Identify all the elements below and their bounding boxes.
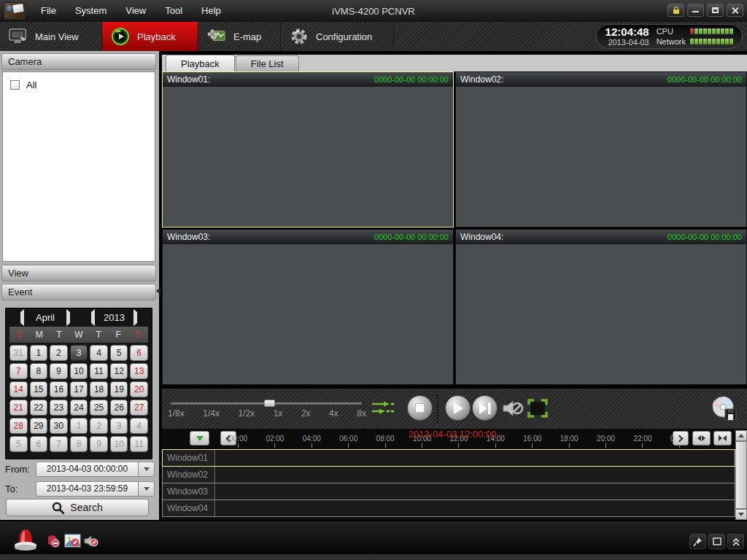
tab-playback[interactable]: Playback	[102, 22, 198, 51]
calendar-day[interactable]: 12	[110, 363, 128, 379]
timeline-row-window04[interactable]: Window04	[162, 499, 735, 517]
camera-all-row[interactable]: All	[10, 79, 155, 90]
from-dropdown-button[interactable]	[139, 462, 155, 477]
timeline-zoom-out-button[interactable]	[692, 431, 711, 446]
calendar-day[interactable]: 29	[30, 418, 48, 434]
calendar-day[interactable]: 15	[30, 381, 48, 397]
mute-button[interactable]	[502, 398, 524, 419]
timeline-row-window03[interactable]: Window03	[162, 483, 735, 500]
close-button[interactable]	[727, 4, 743, 17]
calendar-day[interactable]: 23	[50, 400, 68, 416]
stop-button[interactable]	[407, 395, 433, 421]
calendar-day[interactable]: 5	[110, 345, 128, 361]
calendar-day[interactable]: 24	[70, 400, 88, 416]
calendar-day[interactable]: 22	[30, 400, 48, 416]
next-month-button[interactable]	[62, 309, 74, 326]
menu-item-help[interactable]: Help	[192, 0, 231, 22]
calendar-day[interactable]: 5	[9, 436, 28, 452]
download-button[interactable]	[711, 394, 738, 422]
calendar-day[interactable]: 6	[30, 436, 48, 452]
video-window-4[interactable]: Window04:0000-00-00 00:00:00	[455, 229, 747, 385]
picture-disabled-icon[interactable]	[64, 533, 81, 551]
calendar-day[interactable]: 14	[9, 381, 28, 397]
calendar-day[interactable]: 28	[9, 418, 28, 434]
alarm-siren-icon[interactable]	[12, 527, 39, 555]
tab-main-view[interactable]: Main View	[0, 22, 102, 51]
alarm-output-icon[interactable]	[45, 534, 61, 551]
calendar-day[interactable]: 7	[50, 436, 68, 452]
calendar-day[interactable]: 10	[110, 436, 128, 452]
speed-slider-handle[interactable]	[264, 400, 275, 407]
scrollbar-down-button[interactable]	[735, 509, 747, 520]
calendar-day[interactable]: 26	[110, 400, 128, 416]
single-frame-button[interactable]	[472, 395, 498, 421]
video-window-2[interactable]: Window02:0000-00-00 00:00:00	[455, 71, 747, 228]
fullscreen-button[interactable]	[527, 398, 549, 419]
timeline-filter-button[interactable]	[190, 431, 209, 446]
menu-item-system[interactable]: System	[66, 0, 116, 22]
collapse-statusbar-button[interactable]	[727, 534, 744, 549]
tab-file-list[interactable]: File List	[236, 55, 299, 71]
calendar-day[interactable]: 9	[90, 436, 108, 452]
calendar-day[interactable]: 1	[70, 418, 88, 434]
pin-statusbar-button[interactable]	[689, 534, 706, 549]
to-datetime-field[interactable]: 2013-04-03 23:59:59	[36, 481, 139, 497]
calendar-day[interactable]: 3	[70, 345, 88, 361]
calendar-day[interactable]: 18	[90, 381, 108, 397]
calendar-day[interactable]: 20	[130, 381, 148, 397]
scrollbar-up-button[interactable]	[735, 430, 747, 441]
minimize-button[interactable]	[687, 4, 704, 17]
calendar-day[interactable]: 31	[9, 345, 28, 361]
calendar-day[interactable]: 1	[30, 345, 48, 361]
timeline-row-window02[interactable]: Window02	[162, 466, 735, 483]
calendar-day[interactable]: 30	[50, 418, 68, 434]
calendar-day[interactable]: 11	[130, 436, 148, 452]
menu-item-file[interactable]: File	[31, 0, 66, 22]
tab-e-map[interactable]: E-map	[198, 22, 281, 51]
prev-year-button[interactable]	[87, 309, 99, 326]
from-datetime-field[interactable]: 2013-04-03 00:00:00	[36, 462, 139, 477]
event-panel-header[interactable]: Event	[1, 284, 156, 300]
all-checkbox[interactable]	[10, 80, 20, 90]
video-window-3[interactable]: Window03:0000-00-00 00:00:00	[162, 229, 454, 385]
menu-item-view[interactable]: View	[116, 0, 155, 22]
audio-disabled-icon[interactable]	[83, 534, 99, 551]
scrollbar-thumb[interactable]	[735, 441, 747, 509]
calendar-day[interactable]: 6	[130, 345, 148, 361]
timeline-row-window01[interactable]: Window01	[162, 449, 735, 467]
calendar-day[interactable]: 10	[70, 363, 88, 379]
calendar-day[interactable]: 4	[130, 418, 148, 434]
menu-item-tool[interactable]: Tool	[155, 0, 192, 22]
calendar-day[interactable]: 25	[90, 400, 108, 416]
calendar-day[interactable]: 8	[30, 363, 48, 379]
view-panel-header[interactable]: View	[1, 265, 156, 281]
calendar-day[interactable]: 2	[50, 345, 68, 361]
tab-configuration[interactable]: Configuration	[281, 22, 394, 51]
calendar-day[interactable]: 17	[70, 381, 88, 397]
single-frame-icon[interactable]	[371, 399, 395, 419]
calendar-day[interactable]: 16	[50, 381, 68, 397]
play-button[interactable]	[445, 395, 471, 421]
video-window-1[interactable]: Window01:0000-00-00 00:00:00	[162, 71, 454, 228]
lock-button[interactable]	[667, 4, 684, 17]
calendar-day[interactable]: 9	[50, 363, 68, 379]
calendar-day[interactable]: 2	[90, 418, 108, 434]
calendar-day[interactable]: 4	[90, 345, 108, 361]
timeline-zoom-in-button[interactable]	[713, 431, 732, 446]
restore-panel-button[interactable]	[708, 534, 725, 549]
calendar-day[interactable]: 19	[110, 381, 128, 397]
camera-panel-header[interactable]: Camera	[1, 53, 156, 70]
sidebar-collapse-arrow[interactable]	[156, 287, 160, 295]
search-button[interactable]: Search	[6, 499, 149, 516]
calendar-day[interactable]: 21	[9, 400, 28, 416]
maximize-button[interactable]	[707, 4, 724, 17]
timeline-scroll-right-button[interactable]	[673, 431, 689, 446]
calendar-day[interactable]: 7	[9, 363, 28, 379]
calendar-day[interactable]: 3	[110, 418, 128, 434]
tab-playback-view[interactable]: Playback	[166, 55, 235, 71]
calendar-day[interactable]: 27	[130, 400, 148, 416]
next-year-button[interactable]	[129, 309, 142, 326]
calendar-day[interactable]: 11	[90, 363, 108, 379]
calendar-day[interactable]: 13	[130, 363, 148, 379]
speed-slider[interactable]	[171, 402, 362, 405]
